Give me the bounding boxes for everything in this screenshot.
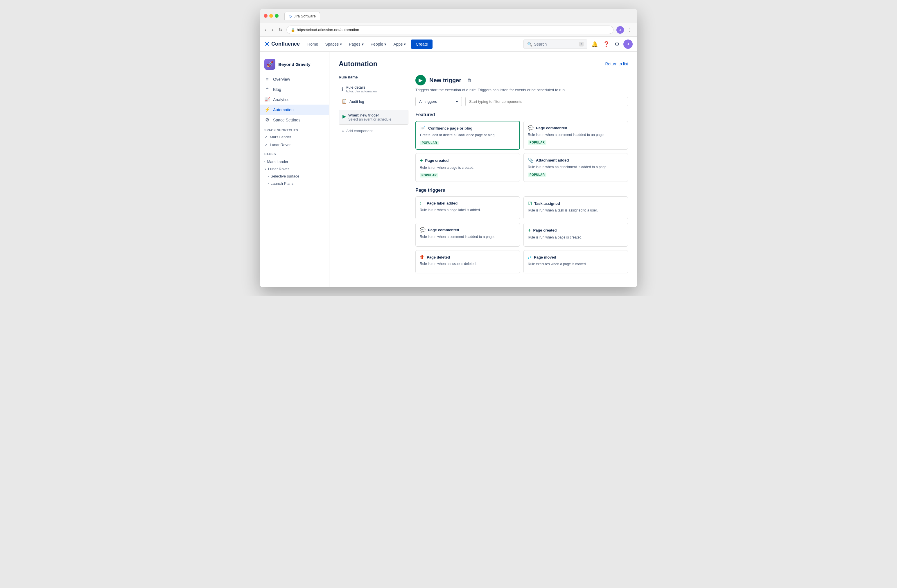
nav-pages[interactable]: Pages ▾ (346, 40, 367, 49)
help-button[interactable]: ❓ (602, 40, 611, 49)
trigger-box[interactable]: ▶ When: new trigger Select an event or s… (339, 110, 409, 125)
tab-icon: ◇ (289, 14, 292, 18)
analytics-icon: 📈 (264, 97, 270, 102)
nav-spaces[interactable]: Spaces ▾ (322, 40, 345, 49)
rule-name-label: Rule name (339, 75, 409, 79)
browser-menu-button[interactable]: ⋮ (626, 26, 633, 34)
page-trigger-cards-grid: 🏷 Page label added Rule is run when a pa… (415, 196, 628, 273)
trigger-play-button: ▶ (415, 75, 426, 86)
search-icon: 🔍 (527, 42, 532, 46)
overview-icon: ≡ (264, 77, 270, 82)
card-desc: Rule is run when a page is created. (528, 235, 624, 240)
sidebar-item-space-settings[interactable]: ⚙ Space Settings (260, 115, 329, 125)
card-icon-task: ☑ (528, 201, 532, 206)
audit-log-icon: 📋 (341, 99, 347, 104)
create-button[interactable]: Create (411, 40, 433, 49)
card-title: Page deleted (427, 255, 450, 259)
add-component-label: Add component (346, 129, 373, 133)
apps-dropdown-icon: ▾ (404, 42, 406, 46)
app-nav: ✕ Confluence Home Spaces ▾ Pages ▾ Peopl… (260, 37, 637, 52)
trigger-card-confluence-page[interactable]: 📄 Confluence page or blog Create, edit o… (415, 121, 520, 150)
dropdown-chevron-icon: ▾ (456, 100, 458, 104)
page-bullet: • (268, 175, 269, 178)
shortcut-lunar-rover[interactable]: ↗ Lunar Rover (260, 141, 329, 149)
sidebar-item-overview[interactable]: ≡ Overview (260, 74, 329, 84)
card-title: Page label added (427, 201, 458, 205)
page-item-lunar-rover[interactable]: ∨ Lunar Rover (260, 165, 329, 173)
trigger-card-page-deleted[interactable]: 🗑 Page deleted Rule is run when an issue… (415, 250, 520, 273)
page-item-launch-plans[interactable]: › Launch Plans (260, 180, 329, 187)
filter-components-input[interactable] (465, 97, 628, 106)
trigger-card-task-assigned[interactable]: ☑ Task assigned Rule is run when a task … (524, 196, 628, 220)
audit-log-item[interactable]: 📋 Audit log (339, 96, 409, 106)
nav-home[interactable]: Home (305, 40, 321, 49)
settings-button[interactable]: ⚙ (614, 40, 620, 49)
sidebar-item-blog[interactable]: ❝ Blog (260, 84, 329, 94)
dropdown-label: All triggers (419, 100, 437, 104)
confluence-logo[interactable]: ✕ Confluence (264, 40, 300, 48)
trigger-box-subtitle: Select an event or schedule (348, 117, 391, 121)
popular-badge: POPULAR (420, 141, 439, 145)
card-desc: Rule is run when an attachment is added … (528, 165, 624, 170)
nav-apps[interactable]: Apps ▾ (390, 40, 409, 49)
trigger-description: Triggers start the execution of a rule. … (415, 88, 628, 92)
sidebar-item-automation[interactable]: ⚡ Automation (260, 104, 329, 115)
audit-log-title: Audit log (349, 100, 364, 104)
trigger-card-page-commented[interactable]: 💬 Page commented Rule is run when a comm… (524, 121, 628, 150)
sidebar-item-analytics[interactable]: 📈 Analytics (260, 94, 329, 104)
shortcut-mars-lander[interactable]: ↗ Mars Lander (260, 133, 329, 141)
page-label: Lunar Rover (268, 167, 289, 171)
search-bar[interactable]: 🔍 Search / (524, 40, 587, 49)
space-header: 🚀 Beyond Gravity (260, 57, 329, 74)
forward-button[interactable]: › (271, 26, 274, 34)
return-to-list-link[interactable]: Return to list (605, 61, 628, 66)
card-icon-plus: + (420, 158, 423, 164)
rule-details-item[interactable]: ℹ Rule details Actor: Jira automation (339, 83, 409, 95)
trigger-card-page-created-2[interactable]: + Page created Rule is run when a page i… (524, 223, 628, 247)
trigger-card-page-moved[interactable]: ⇄ Page moved Rule executes when a page i… (524, 250, 628, 273)
page-item-mars-lander[interactable]: • Mars Lander (260, 158, 329, 165)
lock-icon: 🔒 (291, 28, 295, 32)
refresh-button[interactable]: ↻ (277, 26, 283, 34)
card-title: Page commented (428, 228, 459, 232)
rule-details-title: Rule details (346, 85, 377, 89)
address-bar[interactable]: 🔒 https://cloud.atlassian.net/automation (286, 26, 614, 34)
delete-trigger-icon[interactable]: 🗑 (467, 78, 472, 83)
card-title: Task assigned (534, 201, 560, 206)
trigger-card-label-added[interactable]: 🏷 Page label added Rule is run when a pa… (415, 196, 520, 220)
page-chevron-icon: › (268, 182, 269, 185)
page-item-selective-surface[interactable]: • Selective surface (260, 173, 329, 180)
trigger-card-page-created[interactable]: + Page created Rule is run when a page i… (415, 153, 520, 182)
minimize-button[interactable] (269, 14, 273, 18)
browser-tab[interactable]: ◇ Jira Software (285, 12, 320, 20)
trigger-type-dropdown[interactable]: All triggers ▾ (415, 97, 462, 106)
card-icon-comment: 💬 (528, 125, 534, 131)
close-button[interactable] (264, 14, 268, 18)
blog-icon: ❝ (264, 87, 270, 92)
back-button[interactable]: ‹ (264, 26, 268, 34)
nav-people[interactable]: People ▾ (368, 40, 390, 49)
add-component-button[interactable]: ○ Add component (339, 126, 409, 136)
featured-cards-grid: 📄 Confluence page or blog Create, edit o… (415, 121, 628, 182)
trigger-card-page-commented-2[interactable]: 💬 Page commented Rule is run when a comm… (415, 223, 520, 247)
user-avatar[interactable]: J (623, 40, 633, 49)
app-body: 🚀 Beyond Gravity ≡ Overview ❝ Blog 📈 Ana… (260, 52, 637, 287)
browser-profile-avatar[interactable]: J (616, 26, 624, 34)
shortcut-label: Lunar Rover (270, 142, 291, 147)
trigger-play-icon: ▶ (343, 113, 346, 119)
tab-label: Jira Software (294, 14, 316, 18)
page-title: Automation (339, 60, 377, 68)
page-label: Launch Plans (271, 181, 293, 186)
page-triggers-section-title: Page triggers (415, 188, 628, 193)
shortcuts-section-label: SPACE SHORTCUTS (260, 125, 329, 133)
rule-details-icon: ℹ (341, 87, 343, 92)
card-title: Page moved (534, 255, 556, 259)
maximize-button[interactable] (275, 14, 279, 18)
page-label: Selective surface (271, 174, 300, 178)
trigger-card-attachment[interactable]: 📎 Attachment added Rule is run when an a… (524, 153, 628, 182)
people-dropdown-icon: ▾ (384, 42, 386, 46)
card-desc: Rule is run when a comment is added to a… (528, 132, 624, 138)
trigger-header: ▶ New trigger 🗑 (415, 75, 628, 86)
notifications-button[interactable]: 🔔 (590, 40, 599, 49)
sidebar-item-label: Blog (273, 87, 281, 92)
